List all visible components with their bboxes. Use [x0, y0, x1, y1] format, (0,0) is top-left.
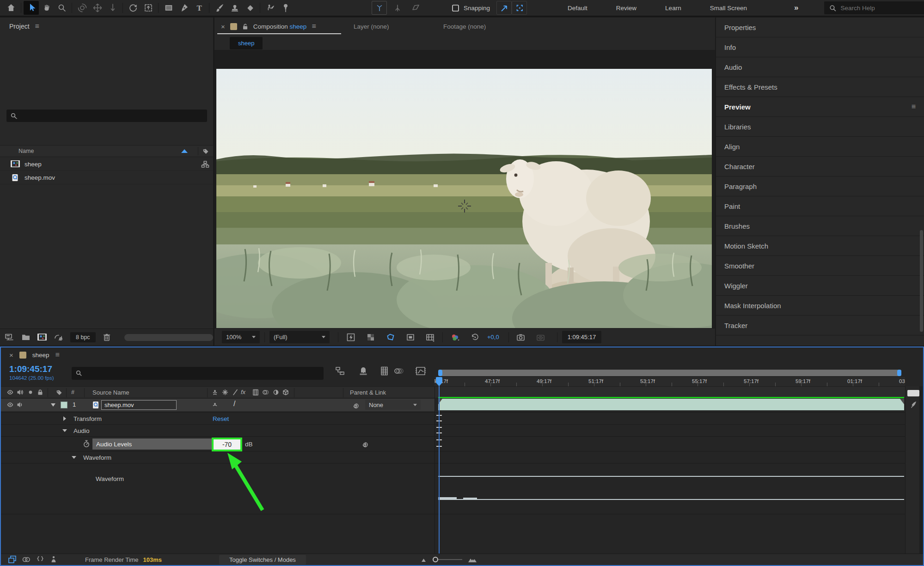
take-snapshot-button[interactable] — [514, 330, 529, 344]
sidebar-item-audio[interactable]: Audio — [716, 57, 924, 77]
workspace-review[interactable]: Review — [613, 3, 639, 13]
layer-number-column[interactable]: # — [71, 389, 74, 396]
snapping-control[interactable]: Snapping — [452, 4, 490, 12]
search-help-box[interactable] — [824, 1, 924, 14]
playhead-line[interactable] — [439, 386, 440, 554]
trash-icon[interactable] — [102, 333, 111, 342]
zoom-out-mountain-icon[interactable] — [421, 556, 428, 563]
snap-features-toggle[interactable] — [512, 1, 527, 15]
transparency-grid-button[interactable] — [363, 330, 378, 344]
snapping-checkbox[interactable] — [452, 4, 459, 12]
layer-shy-switch[interactable] — [211, 402, 219, 409]
frame-blending-button[interactable] — [379, 366, 390, 376]
composition-mini-flowchart-button[interactable] — [335, 366, 346, 376]
graph-editor-button[interactable] — [415, 366, 426, 376]
draft-3d-button[interactable] — [358, 366, 369, 376]
magnification-dropdown[interactable]: 100% — [222, 331, 260, 343]
lock-column-icon[interactable] — [37, 389, 44, 396]
playhead[interactable] — [436, 377, 442, 386]
exposure-value[interactable]: +0,0 — [487, 334, 499, 341]
layer-expander-open[interactable] — [51, 403, 55, 407]
work-area-start-handle[interactable] — [438, 370, 442, 376]
workspace-default[interactable]: Default — [565, 3, 590, 13]
sidebar-item-brushes[interactable]: Brushes — [716, 216, 924, 236]
interpret-footage-icon[interactable] — [5, 333, 15, 342]
render-quill-icon[interactable] — [909, 400, 918, 409]
timeline-vertical-scrollbar[interactable] — [919, 386, 923, 554]
project-item-sheep[interactable]: sheep — [0, 158, 213, 171]
tab-layer[interactable]: Layer (none) — [354, 23, 389, 30]
audio-column-speaker-icon[interactable] — [16, 389, 24, 396]
parent-dropdown[interactable]: None — [365, 400, 421, 410]
composition-viewer[interactable] — [214, 50, 715, 328]
breadcrumb[interactable]: sheep — [230, 37, 263, 49]
sidebar-item-effects-presets[interactable]: Effects & Presets — [716, 77, 924, 97]
channel-settings-button[interactable] — [447, 330, 463, 344]
composition-nesting-icon[interactable] — [7, 555, 18, 564]
layer-name-field[interactable]: sheep.mov — [101, 400, 177, 410]
new-composition-icon[interactable] — [37, 333, 47, 341]
source-name-column[interactable]: Source Name — [92, 389, 129, 396]
snap-edges-toggle[interactable] — [496, 1, 512, 15]
waveform-label[interactable]: Waveform — [83, 454, 111, 461]
panel-menu-icon[interactable]: ≡ — [912, 103, 916, 111]
axis-world-toggle[interactable] — [390, 1, 405, 15]
orbit-camera-tool[interactable] — [74, 1, 90, 15]
layer-row-sheep-mov[interactable]: 1 sheep.mov / None — [1, 399, 434, 411]
video-column-eye-icon[interactable] — [6, 389, 14, 396]
waveform-property-row[interactable]: Waveform — [1, 451, 905, 463]
expander-open-icon[interactable] — [72, 456, 76, 459]
project-search-box[interactable] — [6, 110, 207, 122]
workspace-small-screen[interactable]: Small Screen — [707, 3, 750, 13]
sidebar-item-tracker[interactable]: Tracker — [716, 316, 924, 335]
workspace-overflow-chevrons[interactable]: » — [794, 3, 798, 12]
audio-levels-value-field[interactable]: -70 — [212, 438, 242, 451]
blur-circles-column-icon[interactable] — [262, 389, 270, 396]
sidebar-item-smoother[interactable]: Smoother — [716, 256, 924, 276]
fast-preview-button[interactable] — [343, 330, 358, 344]
zoom-slider-knob[interactable] — [433, 557, 438, 562]
expander-collapsed-icon[interactable] — [63, 416, 66, 421]
workspace-learn[interactable]: Learn — [662, 3, 684, 13]
property-pickwhip-icon[interactable] — [361, 440, 369, 448]
threed-column-icon[interactable] — [282, 389, 289, 396]
adjustment-column-icon[interactable] — [272, 389, 280, 396]
transform-property-row[interactable]: Transform Reset — [1, 412, 905, 424]
audio-group-label[interactable]: Audio — [73, 427, 90, 434]
panel-menu-icon[interactable]: ≡ — [312, 22, 316, 30]
audio-levels-row[interactable]: Audio Levels -70 dB — [1, 436, 905, 451]
solo-column-icon[interactable] — [27, 389, 34, 396]
type-tool[interactable]: T — [191, 1, 207, 15]
sidebar-item-paint[interactable]: Paint — [716, 196, 924, 216]
name-column-header[interactable]: Name — [18, 148, 34, 154]
effects-column-icon[interactable] — [221, 389, 229, 396]
brush-tool[interactable] — [212, 1, 227, 15]
timeline-zoom-slider[interactable] — [433, 557, 462, 562]
timeline-search-input[interactable] — [86, 370, 324, 377]
guides-options-button[interactable] — [422, 330, 438, 344]
motion-blur-column-icon[interactable] — [252, 389, 259, 396]
project-item-label[interactable]: sheep.mov — [24, 174, 55, 181]
project-settings-icon[interactable] — [54, 333, 64, 342]
rotation-tool[interactable] — [125, 1, 141, 15]
selection-tool[interactable] — [24, 1, 39, 15]
close-tab-icon[interactable]: × — [9, 351, 13, 359]
breadcrumb-label[interactable]: sheep — [238, 40, 254, 47]
rectangle-tool[interactable] — [161, 1, 176, 15]
zoom-tool[interactable] — [54, 1, 69, 15]
label-color-column-icon[interactable] — [202, 147, 209, 155]
preview-time-display[interactable]: 1:09:45:17 — [562, 331, 601, 343]
pan-camera-tool[interactable] — [90, 1, 105, 15]
layer-duration-bar[interactable] — [438, 399, 904, 410]
transform-label[interactable]: Transform — [73, 415, 102, 422]
sidebar-item-info[interactable]: Info — [716, 37, 924, 57]
sort-ascending-icon[interactable] — [181, 149, 188, 153]
flowchart-icon[interactable] — [201, 160, 209, 168]
zoom-slider-track[interactable] — [438, 559, 462, 560]
stopwatch-icon[interactable] — [82, 439, 91, 448]
audio-group-row[interactable]: Audio — [1, 424, 905, 436]
project-item-label[interactable]: sheep — [24, 161, 42, 168]
resolution-dropdown[interactable]: (Full) — [269, 331, 330, 343]
layer-audio-speaker-icon[interactable] — [16, 401, 24, 408]
animator-icon[interactable] — [49, 555, 59, 564]
